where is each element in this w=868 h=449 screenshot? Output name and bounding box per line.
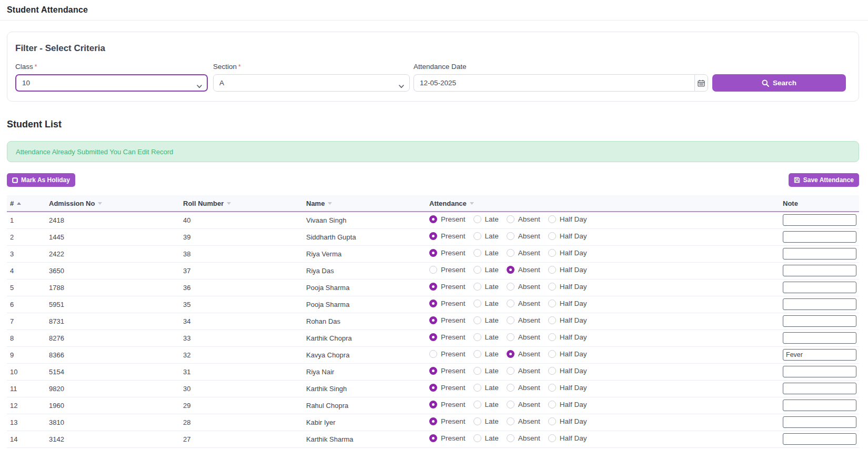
attendance-radio-late[interactable]: Late — [473, 417, 499, 425]
radio-button-icon[interactable] — [548, 401, 556, 408]
radio-button-icon[interactable] — [507, 266, 514, 274]
note-input[interactable] — [783, 298, 856, 310]
radio-button-icon[interactable] — [548, 249, 556, 257]
attendance-radio-present[interactable]: Present — [429, 283, 466, 291]
radio-button-icon[interactable] — [507, 215, 514, 223]
note-input[interactable] — [783, 231, 856, 243]
attendance-radio-absent[interactable]: Absent — [507, 283, 540, 291]
radio-button-icon[interactable] — [507, 384, 514, 392]
note-input[interactable] — [783, 383, 856, 394]
attendance-radio-half-day[interactable]: Half Day — [548, 316, 587, 324]
note-input[interactable] — [783, 433, 856, 445]
attendance-radio-absent[interactable]: Absent — [507, 249, 540, 257]
radio-button-icon[interactable] — [507, 300, 514, 307]
attendance-radio-absent[interactable]: Absent — [507, 350, 540, 358]
attendance-date-input[interactable] — [413, 74, 694, 92]
radio-button-icon[interactable] — [548, 333, 556, 341]
attendance-radio-half-day[interactable]: Half Day — [548, 249, 587, 257]
radio-button-icon[interactable] — [473, 266, 481, 274]
attendance-radio-late[interactable]: Late — [473, 401, 499, 408]
note-input[interactable] — [783, 400, 856, 411]
attendance-radio-late[interactable]: Late — [473, 350, 499, 358]
attendance-radio-present[interactable]: Present — [429, 333, 466, 341]
radio-button-icon[interactable] — [473, 367, 481, 375]
attendance-radio-late[interactable]: Late — [473, 266, 499, 274]
radio-button-icon[interactable] — [429, 232, 437, 240]
note-input[interactable] — [783, 315, 856, 327]
radio-button-icon[interactable] — [429, 401, 437, 408]
radio-button-icon[interactable] — [429, 266, 437, 274]
radio-button-icon[interactable] — [548, 367, 556, 375]
radio-button-icon[interactable] — [507, 232, 514, 240]
radio-button-icon[interactable] — [473, 300, 481, 307]
attendance-radio-half-day[interactable]: Half Day — [548, 232, 587, 240]
attendance-radio-present[interactable]: Present — [429, 232, 466, 240]
radio-button-icon[interactable] — [473, 333, 481, 341]
radio-button-icon[interactable] — [473, 232, 481, 240]
column-header-admission-no[interactable]: Admission No — [46, 195, 180, 212]
attendance-radio-present[interactable]: Present — [429, 300, 466, 307]
radio-button-icon[interactable] — [429, 434, 437, 442]
attendance-radio-absent[interactable]: Absent — [507, 316, 540, 324]
column-header-roll-number[interactable]: Roll Number — [180, 195, 303, 212]
radio-button-icon[interactable] — [507, 350, 514, 358]
radio-button-icon[interactable] — [429, 300, 437, 307]
note-input[interactable] — [783, 248, 856, 260]
attendance-radio-late[interactable]: Late — [473, 215, 499, 223]
attendance-radio-present[interactable]: Present — [429, 367, 466, 375]
radio-button-icon[interactable] — [473, 316, 481, 324]
attendance-radio-absent[interactable]: Absent — [507, 417, 540, 425]
attendance-radio-absent[interactable]: Absent — [507, 232, 540, 240]
radio-button-icon[interactable] — [548, 215, 556, 223]
radio-button-icon[interactable] — [473, 417, 481, 425]
attendance-radio-late[interactable]: Late — [473, 232, 499, 240]
radio-button-icon[interactable] — [429, 350, 437, 358]
radio-button-icon[interactable] — [507, 417, 514, 425]
radio-button-icon[interactable] — [548, 417, 556, 425]
radio-button-icon[interactable] — [548, 316, 556, 324]
note-input[interactable] — [783, 265, 856, 276]
attendance-radio-late[interactable]: Late — [473, 316, 499, 324]
attendance-radio-absent[interactable]: Absent — [507, 401, 540, 408]
radio-button-icon[interactable] — [429, 283, 437, 291]
radio-button-icon[interactable] — [548, 283, 556, 291]
note-input[interactable] — [783, 332, 856, 344]
radio-button-icon[interactable] — [473, 249, 481, 257]
attendance-radio-absent[interactable]: Absent — [507, 384, 540, 392]
radio-button-icon[interactable] — [473, 434, 481, 442]
attendance-radio-half-day[interactable]: Half Day — [548, 283, 587, 291]
section-select[interactable]: A — [213, 74, 410, 92]
attendance-radio-late[interactable]: Late — [473, 333, 499, 341]
attendance-radio-present[interactable]: Present — [429, 316, 466, 324]
attendance-radio-half-day[interactable]: Half Day — [548, 367, 587, 375]
radio-button-icon[interactable] — [473, 215, 481, 223]
attendance-radio-absent[interactable]: Absent — [507, 300, 540, 307]
attendance-radio-present[interactable]: Present — [429, 249, 466, 257]
attendance-radio-half-day[interactable]: Half Day — [548, 417, 587, 425]
radio-button-icon[interactable] — [429, 249, 437, 257]
radio-button-icon[interactable] — [429, 367, 437, 375]
attendance-radio-late[interactable]: Late — [473, 384, 499, 392]
radio-button-icon[interactable] — [507, 283, 514, 291]
radio-button-icon[interactable] — [548, 434, 556, 442]
radio-button-icon[interactable] — [507, 249, 514, 257]
radio-button-icon[interactable] — [473, 350, 481, 358]
attendance-radio-half-day[interactable]: Half Day — [548, 333, 587, 341]
attendance-radio-late[interactable]: Late — [473, 249, 499, 257]
attendance-radio-half-day[interactable]: Half Day — [548, 266, 587, 274]
attendance-radio-half-day[interactable]: Half Day — [548, 300, 587, 307]
column-header-attendance[interactable]: Attendance — [426, 195, 780, 212]
attendance-radio-late[interactable]: Late — [473, 367, 499, 375]
attendance-radio-half-day[interactable]: Half Day — [548, 384, 587, 392]
note-input[interactable] — [783, 214, 856, 226]
attendance-radio-absent[interactable]: Absent — [507, 266, 540, 274]
radio-button-icon[interactable] — [548, 350, 556, 358]
attendance-radio-present[interactable]: Present — [429, 401, 466, 408]
calendar-addon-button[interactable] — [694, 74, 708, 92]
attendance-radio-present[interactable]: Present — [429, 384, 466, 392]
attendance-radio-absent[interactable]: Absent — [507, 215, 540, 223]
column-header-note[interactable]: Note — [780, 195, 859, 212]
note-input[interactable] — [783, 282, 856, 293]
attendance-radio-late[interactable]: Late — [473, 283, 499, 291]
attendance-radio-half-day[interactable]: Half Day — [548, 350, 587, 358]
